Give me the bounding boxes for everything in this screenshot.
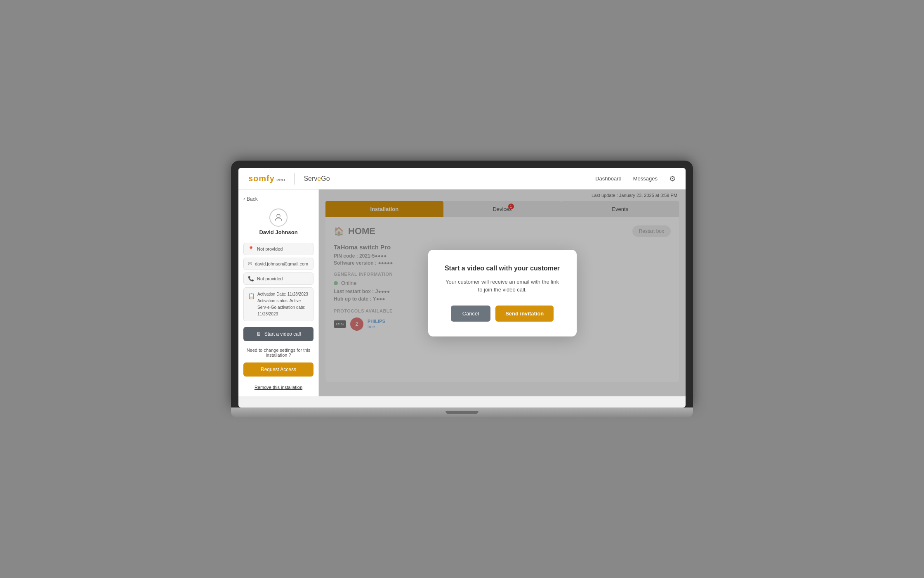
user-icon	[273, 213, 283, 223]
somfy-logo: somfy PRO	[248, 174, 285, 183]
servego-text: ServeGo	[304, 175, 330, 182]
send-invitation-button[interactable]: Send invitation	[495, 306, 554, 322]
address-value: Not provided	[257, 276, 283, 281]
app-container: somfy PRO ServeGo Dashboard Messages ⚙	[238, 168, 686, 407]
pro-badge: PRO	[276, 178, 285, 182]
main-content: Back David Johnson 📍	[238, 190, 686, 396]
modal-overlay: Start a video call with your customer Yo…	[319, 190, 686, 396]
user-profile: David Johnson	[243, 208, 314, 235]
request-access-button[interactable]: Request Access	[243, 362, 314, 377]
phone-value: Not provided	[257, 246, 283, 251]
dashboard-link[interactable]: Dashboard	[595, 175, 622, 182]
laptop-screen: somfy PRO ServeGo Dashboard Messages ⚙	[238, 168, 686, 407]
activation-status: Activation status: Active	[257, 298, 309, 304]
user-name: David Johnson	[259, 229, 297, 235]
logo-area: somfy PRO ServeGo	[248, 173, 330, 185]
cancel-button[interactable]: Cancel	[451, 306, 490, 322]
right-panel: Last update : January 23, 2025 at 3:59 P…	[319, 190, 686, 396]
email-value: david.johnson@gmail.com	[255, 261, 308, 266]
sidebar: Back David Johnson 📍	[238, 190, 319, 396]
change-settings-text: Need to change settings for this install…	[243, 348, 314, 358]
video-icon: 🖥	[256, 331, 261, 337]
video-call-button[interactable]: 🖥 Start a video call	[243, 327, 314, 341]
laptop-notch	[446, 411, 478, 414]
top-nav: somfy PRO ServeGo Dashboard Messages ⚙	[238, 168, 686, 190]
address-row: 📞 Not provided	[243, 272, 314, 285]
video-call-label: Start a video call	[264, 331, 301, 337]
avatar	[269, 208, 288, 227]
somfy-text: somfy	[248, 174, 275, 183]
back-link[interactable]: Back	[243, 196, 314, 202]
modal-description: Your customer will receive an email with…	[445, 278, 560, 294]
phone-row: 📍 Not provided	[243, 243, 314, 255]
video-call-modal: Start a video call with your customer Yo…	[428, 250, 577, 336]
settings-icon[interactable]: ⚙	[669, 174, 676, 183]
address-icon: 📞	[248, 276, 254, 282]
remove-installation-link[interactable]: Remove this installation	[243, 385, 314, 390]
activation-date: Activation Date: 11/28/2023	[257, 291, 309, 298]
svg-point-0	[277, 214, 280, 218]
activation-box: 📋 Activation Date: 11/28/2023 Activation…	[243, 287, 314, 321]
phone-icon: 📍	[248, 246, 254, 252]
screen-bezel: somfy PRO ServeGo Dashboard Messages ⚙	[231, 161, 693, 407]
email-icon: ✉	[248, 261, 252, 267]
modal-buttons: Cancel Send invitation	[445, 306, 560, 322]
serv-activation: Serv-e-Go activation date: 11/28/2023	[257, 304, 309, 317]
nav-divider	[294, 173, 295, 185]
activation-info: Activation Date: 11/28/2023 Activation s…	[257, 291, 309, 317]
nav-right: Dashboard Messages ⚙	[595, 174, 676, 183]
modal-title: Start a video call with your customer	[445, 265, 560, 272]
email-row: ✉ david.johnson@gmail.com	[243, 258, 314, 270]
messages-link[interactable]: Messages	[633, 175, 658, 182]
laptop-frame: somfy PRO ServeGo Dashboard Messages ⚙	[231, 161, 693, 417]
activation-icon: 📋	[248, 291, 255, 317]
laptop-base	[231, 407, 693, 417]
